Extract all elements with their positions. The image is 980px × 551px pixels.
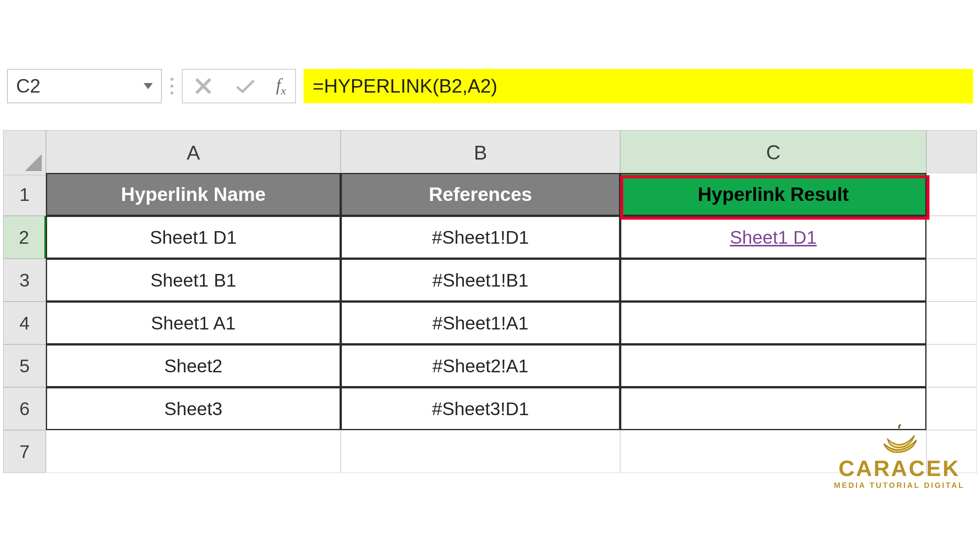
row-header-6[interactable]: 6 xyxy=(3,387,46,430)
column-header-C[interactable]: C xyxy=(620,130,926,175)
cell-B6[interactable]: #Sheet3!D1 xyxy=(341,387,620,430)
cell-B7[interactable] xyxy=(341,430,620,473)
cell-D4[interactable] xyxy=(926,302,977,344)
cell-A6[interactable]: Sheet3 xyxy=(46,387,341,430)
row-header-7[interactable]: 7 xyxy=(3,430,46,473)
column-header-blank[interactable] xyxy=(926,130,977,175)
cancel-icon[interactable] xyxy=(192,75,215,98)
cell-C2[interactable]: Sheet1 D1 xyxy=(620,216,926,259)
column-header-A[interactable]: A xyxy=(46,130,341,175)
cell-A2[interactable]: Sheet1 D1 xyxy=(46,216,341,259)
table-row: 6 Sheet3 #Sheet3!D1 xyxy=(3,387,977,430)
cell-B5[interactable]: #Sheet2!A1 xyxy=(341,344,620,387)
watermark: CARACEK MEDIA TUTORIAL DIGITAL xyxy=(834,421,965,490)
table-row: 2 Sheet1 D1 #Sheet1!D1 Sheet1 D1 xyxy=(3,216,977,259)
cell-B3[interactable]: #Sheet1!B1 xyxy=(341,259,620,302)
table-row: 1 Hyperlink Name References Hyperlink Re… xyxy=(3,173,977,216)
row-header-1[interactable]: 1 xyxy=(3,173,46,216)
cell-A5[interactable]: Sheet2 xyxy=(46,344,341,387)
cell-C5[interactable] xyxy=(620,344,926,387)
row-header-4[interactable]: 4 xyxy=(3,302,46,344)
formula-bar: C2 fx =HYPERLINK(B2,A2) xyxy=(7,65,973,107)
cell-B1[interactable]: References xyxy=(341,173,620,216)
enter-check-icon[interactable] xyxy=(234,75,257,98)
cell-B4[interactable]: #Sheet1!A1 xyxy=(341,302,620,344)
cell-D1[interactable] xyxy=(926,173,977,216)
name-box-value: C2 xyxy=(16,75,41,97)
table-row: 4 Sheet1 A1 #Sheet1!A1 xyxy=(3,302,977,344)
cell-D3[interactable] xyxy=(926,259,977,302)
formula-input[interactable]: =HYPERLINK(B2,A2) xyxy=(304,69,973,103)
spreadsheet-grid: A B C 1 Hyperlink Name References Hyperl… xyxy=(3,130,977,551)
formula-text: =HYPERLINK(B2,A2) xyxy=(313,75,497,97)
cell-A1[interactable]: Hyperlink Name xyxy=(46,173,341,216)
cell-C1[interactable]: Hyperlink Result xyxy=(620,173,926,216)
watermark-brand: CARACEK xyxy=(838,455,960,481)
cell-D2[interactable] xyxy=(926,216,977,259)
column-header-row: A B C xyxy=(3,130,977,173)
chevron-down-icon[interactable] xyxy=(144,83,153,89)
select-all-corner[interactable] xyxy=(3,130,46,175)
table-row: 3 Sheet1 B1 #Sheet1!B1 xyxy=(3,259,977,302)
row-header-3[interactable]: 3 xyxy=(3,259,46,302)
row-header-5[interactable]: 5 xyxy=(3,344,46,387)
formula-button-group: fx xyxy=(182,69,296,103)
table-row: 7 xyxy=(3,430,977,473)
cell-A3[interactable]: Sheet1 B1 xyxy=(46,259,341,302)
cell-C3[interactable] xyxy=(620,259,926,302)
cell-B2[interactable]: #Sheet1!D1 xyxy=(341,216,620,259)
name-box[interactable]: C2 xyxy=(7,69,162,103)
column-header-B[interactable]: B xyxy=(341,130,620,175)
banana-icon xyxy=(876,421,922,455)
cell-A7[interactable] xyxy=(46,430,341,473)
formula-bar-separator-icon xyxy=(170,69,174,103)
row-header-2[interactable]: 2 xyxy=(3,216,46,259)
hyperlink[interactable]: Sheet1 D1 xyxy=(730,227,817,248)
cell-D5[interactable] xyxy=(926,344,977,387)
cell-A4[interactable]: Sheet1 A1 xyxy=(46,302,341,344)
table-row: 5 Sheet2 #Sheet2!A1 xyxy=(3,344,977,387)
cell-C4[interactable] xyxy=(620,302,926,344)
fx-icon[interactable]: fx xyxy=(276,75,286,97)
watermark-tagline: MEDIA TUTORIAL DIGITAL xyxy=(834,481,965,490)
